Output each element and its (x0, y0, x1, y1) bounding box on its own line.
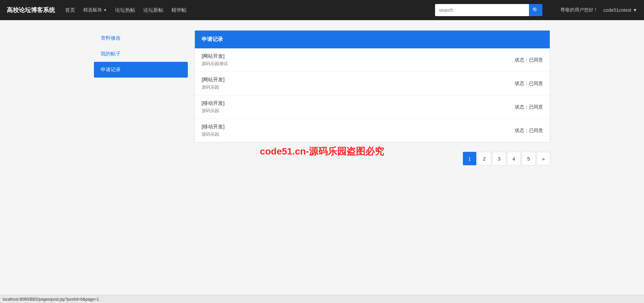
page-btn-1[interactable]: 1 (463, 152, 476, 165)
sidebar: 资料修改 我的帖子 申请记录 (94, 30, 188, 165)
record-subtitle-1: 源码乐园 (202, 84, 224, 90)
chevron-down-icon: ▼ (633, 7, 637, 13)
record-item: [移动开发] 源码乐园 状态：已同意 (195, 119, 550, 142)
page-btn-next[interactable]: » (537, 152, 550, 165)
record-status-1: 状态：已同意 (515, 81, 543, 87)
page-btn-3[interactable]: 3 (492, 152, 506, 165)
record-item: [网站开发] 源码乐园 状态：已同意 (195, 72, 550, 95)
nav-links: 首页 精选板块 ▼ 论坛热帖 论坛新帖 精华帖 (65, 7, 425, 13)
records-header: 申请记录 (195, 31, 550, 48)
sidebar-item-profile[interactable]: 资料修改 (94, 30, 188, 46)
chevron-down-icon: ▼ (103, 8, 107, 12)
navbar: 高校论坛博客系统 首页 精选板块 ▼ 论坛热帖 论坛新帖 精华帖 🔍 尊敬的用户… (0, 0, 644, 20)
record-status-3: 状态：已同意 (515, 128, 543, 134)
nav-hot-posts[interactable]: 论坛热帖 (115, 7, 135, 13)
sidebar-item-myposts[interactable]: 我的帖子 (94, 46, 188, 62)
nav-featured-posts[interactable]: 精华帖 (171, 7, 186, 13)
record-title-3: [移动开发] (202, 124, 224, 130)
record-title-0: [网站开发] (202, 53, 228, 59)
record-subtitle-3: 源码乐园 (202, 131, 224, 137)
record-title-1: [网站开发] (202, 77, 224, 83)
record-item: [网站开发] 源码乐园测试 状态：已同意 (195, 48, 550, 72)
record-status-2: 状态：已同意 (515, 104, 543, 110)
record-item: [移动开发] 源码乐园 状态：已同意 (195, 95, 550, 119)
nav-new-posts[interactable]: 论坛新帖 (143, 7, 163, 13)
search-icon: 🔍 (532, 7, 539, 13)
page-container: 资料修改 我的帖子 申请记录 申请记录 [网站开发] 源码乐园测试 状态：已同意… (87, 30, 557, 165)
user-area: 尊敬的用户您好！ code51cntest ▼ (560, 7, 637, 13)
sidebar-item-records[interactable]: 申请记录 (94, 62, 188, 78)
page-btn-4[interactable]: 4 (507, 152, 521, 165)
record-status-0: 状态：已同意 (515, 57, 543, 63)
search-button[interactable]: 🔍 (529, 4, 542, 16)
page-btn-2[interactable]: 2 (478, 152, 491, 165)
search-input[interactable] (435, 4, 529, 16)
records-panel: 申请记录 [网站开发] 源码乐园测试 状态：已同意 [网站开发] 源码乐园 状态… (195, 30, 550, 142)
record-title-2: [移动开发] (202, 100, 224, 106)
page-btn-5[interactable]: 5 (522, 152, 535, 165)
search-area: 🔍 (435, 4, 542, 16)
main-content: 申请记录 [网站开发] 源码乐园测试 状态：已同意 [网站开发] 源码乐园 状态… (195, 30, 550, 165)
record-subtitle-2: 源码乐园 (202, 108, 224, 114)
greeting-text: 尊敬的用户您好！ (560, 7, 598, 13)
nav-home[interactable]: 首页 (65, 7, 75, 13)
navbar-brand: 高校论坛博客系统 (7, 6, 55, 14)
username-dropdown[interactable]: code51cntest ▼ (603, 7, 637, 13)
nav-selected-sections[interactable]: 精选板块 ▼ (83, 7, 107, 13)
pagination: 1 2 3 4 5 » (195, 152, 550, 165)
record-subtitle-0: 源码乐园测试 (202, 61, 228, 67)
